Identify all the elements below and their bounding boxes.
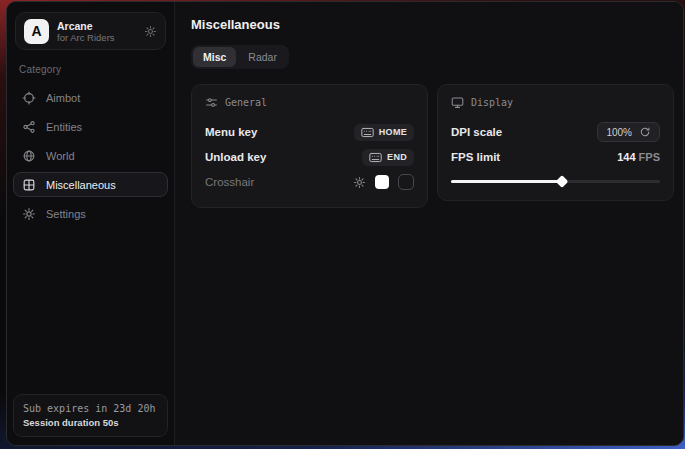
- fps-unit: FPS: [639, 151, 660, 163]
- unload-key-value: END: [387, 152, 407, 162]
- page-title: Miscellaneous: [191, 17, 674, 32]
- crosshair-row: Crosshair: [205, 170, 414, 194]
- fps-limit-value: 144 FPS: [617, 151, 660, 163]
- dpi-scale-control[interactable]: 100%: [597, 122, 660, 142]
- tab-bar: Misc Radar: [191, 45, 289, 69]
- sidebar-item-miscellaneous[interactable]: Miscellaneous: [13, 172, 168, 197]
- gear-icon: [22, 207, 36, 221]
- general-panel-header: General: [205, 96, 414, 109]
- crosshair-icon: [22, 91, 36, 105]
- monitor-icon: [451, 96, 464, 109]
- dpi-scale-row: DPI scale 100%: [451, 120, 660, 144]
- fps-limit-slider[interactable]: [451, 175, 660, 187]
- general-panel-title: General: [225, 97, 267, 108]
- fps-limit-label: FPS limit: [451, 151, 500, 163]
- crosshair-settings-gear-icon[interactable]: [353, 176, 366, 189]
- subscription-status-card: Sub expires in 23d 20h Session duration …: [13, 394, 168, 437]
- crosshair-enable-checkbox[interactable]: [398, 174, 414, 190]
- brand-card: A Arcane for Arc Riders: [15, 12, 166, 50]
- sidebar-item-entities[interactable]: Entities: [13, 114, 168, 139]
- fps-number: 144: [617, 151, 635, 163]
- brand-title: Arcane: [57, 20, 136, 32]
- sidebar-item-label: Settings: [46, 208, 86, 220]
- sidebar-item-label: Miscellaneous: [46, 179, 116, 191]
- brand-text: Arcane for Arc Riders: [57, 20, 136, 43]
- sidebar-item-settings[interactable]: Settings: [13, 201, 168, 226]
- sidebar-nav: Aimbot Entities World: [13, 85, 168, 226]
- sidebar-item-aimbot[interactable]: Aimbot: [13, 85, 168, 110]
- display-panel: Display DPI scale 100% FPS limit: [437, 84, 674, 201]
- keyboard-icon: [369, 152, 382, 163]
- general-panel: General Menu key HOME Unload key: [191, 84, 428, 208]
- tab-misc[interactable]: Misc: [193, 47, 236, 67]
- sub-expiry-text: Sub expires in 23d 20h: [23, 402, 158, 416]
- unload-key-label: Unload key: [205, 151, 266, 163]
- menu-key-row: Menu key HOME: [205, 120, 414, 144]
- globe-icon: [22, 149, 36, 163]
- crosshair-label: Crosshair: [205, 176, 254, 188]
- tab-radar[interactable]: Radar: [238, 47, 287, 67]
- main-content: Miscellaneous Misc Radar General: [175, 2, 684, 445]
- brand-gear-icon[interactable]: [144, 25, 157, 38]
- sidebar-item-label: Entities: [46, 121, 82, 133]
- dpi-scale-value: 100%: [606, 127, 632, 138]
- fps-slider-thumb[interactable]: [555, 175, 568, 188]
- sidebar-item-label: World: [46, 150, 75, 162]
- fps-limit-row: FPS limit 144 FPS: [451, 145, 660, 169]
- dpi-scale-label: DPI scale: [451, 126, 502, 138]
- sidebar: A Arcane for Arc Riders Category: [7, 2, 175, 445]
- sidebar-item-label: Aimbot: [46, 92, 80, 104]
- sliders-icon: [205, 96, 218, 109]
- menu-key-bind-button[interactable]: HOME: [354, 124, 414, 141]
- display-panel-title: Display: [471, 97, 513, 108]
- app-window: A Arcane for Arc Riders Category: [6, 1, 684, 446]
- sidebar-item-world[interactable]: World: [13, 143, 168, 168]
- brand-subtitle: for Arc Riders: [57, 32, 136, 43]
- unload-key-row: Unload key END: [205, 145, 414, 169]
- panels-row: General Menu key HOME Unload key: [191, 84, 674, 208]
- grid-icon: [22, 178, 36, 192]
- app-logo: A: [24, 19, 49, 44]
- unload-key-bind-button[interactable]: END: [362, 149, 414, 166]
- keyboard-icon: [361, 127, 374, 138]
- crosshair-controls: [353, 174, 414, 190]
- fps-slider-fill: [451, 180, 562, 183]
- display-panel-header: Display: [451, 96, 660, 109]
- crosshair-color-swatch[interactable]: [375, 175, 389, 189]
- menu-key-value: HOME: [379, 127, 407, 137]
- menu-key-label: Menu key: [205, 126, 257, 138]
- session-duration-text: Session duration 50s: [23, 416, 158, 429]
- category-label: Category: [19, 64, 162, 75]
- refresh-icon[interactable]: [639, 126, 651, 138]
- entities-icon: [22, 120, 36, 134]
